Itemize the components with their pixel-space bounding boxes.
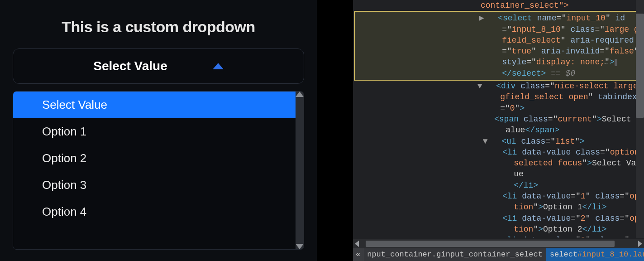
dropdown-option[interactable]: Option 2 bbox=[13, 145, 296, 172]
horizontal-scrollbar[interactable] bbox=[353, 239, 644, 248]
dom-line[interactable]: ▼<ul class="list"> bbox=[494, 136, 641, 147]
dom-line[interactable]: container_select"> bbox=[481, 0, 641, 11]
breadcrumb-scroll-left[interactable]: « bbox=[353, 248, 363, 261]
chevron-up-icon bbox=[213, 63, 224, 69]
dropdown-options-list: Select ValueOption 1Option 2Option 3Opti… bbox=[13, 92, 304, 225]
vertical-scrollbar[interactable] bbox=[636, 0, 644, 238]
devtools-breadcrumb[interactable]: « nput_container.ginput_container_select… bbox=[353, 248, 644, 261]
dropdown-options-panel: Select ValueOption 1Option 2Option 3Opti… bbox=[13, 91, 304, 250]
dom-line[interactable]: <li data-value="1" class="option">Option… bbox=[502, 191, 641, 213]
scroll-left-icon[interactable] bbox=[355, 241, 359, 247]
pane-divider[interactable] bbox=[317, 0, 353, 261]
breadcrumb-segment-selected[interactable]: select#input_8_10.large.gfield_select bbox=[546, 248, 644, 261]
dom-line[interactable]: <span class="current">Select Value</span… bbox=[494, 114, 641, 136]
dropdown-option[interactable]: Option 3 bbox=[13, 172, 296, 198]
devtools-elements-panel: container_select"> … ▶<select name="inpu… bbox=[353, 0, 644, 261]
dropdown-option[interactable]: Select Value bbox=[13, 92, 296, 118]
dom-line[interactable]: ▶<select name="input_10" id="input_8_10"… bbox=[491, 13, 639, 79]
dom-line[interactable]: <li data-value="3" class="option">Option… bbox=[502, 235, 641, 237]
dropdown-option[interactable]: Option 4 bbox=[13, 198, 296, 225]
dropdown-toggle[interactable]: Select Value bbox=[13, 48, 304, 84]
dom-line[interactable]: <li data-value="2" class="option">Option… bbox=[502, 213, 641, 235]
scroll-down-icon[interactable] bbox=[296, 244, 304, 249]
dom-tree[interactable]: container_select"> … ▶<select name="inpu… bbox=[353, 0, 644, 237]
preview-pane: This is a custom dropdown Select Value S… bbox=[0, 0, 317, 261]
scroll-up-icon[interactable] bbox=[296, 92, 304, 97]
horizontal-scrollbar-track[interactable] bbox=[360, 241, 637, 247]
dom-selected-node[interactable]: … ▶<select name="input_10" id="input_8_1… bbox=[354, 11, 640, 81]
breadcrumb-segment[interactable]: nput_container.ginput_container_select bbox=[363, 248, 546, 261]
horizontal-scrollbar-thumb[interactable] bbox=[366, 241, 615, 247]
preview-title: This is a custom dropdown bbox=[13, 18, 304, 36]
dropdown-option[interactable]: Option 1 bbox=[13, 118, 296, 145]
dom-line[interactable]: <li data-value class="option selected fo… bbox=[502, 147, 641, 191]
dom-line[interactable]: ▼<div class="nice-select large gfield_se… bbox=[489, 81, 641, 114]
scrollbar-track[interactable] bbox=[296, 92, 304, 249]
vertical-scrollbar-thumb[interactable] bbox=[636, 14, 644, 118]
scroll-right-icon[interactable] bbox=[638, 241, 642, 247]
dropdown-current-label: Select Value bbox=[93, 59, 167, 73]
